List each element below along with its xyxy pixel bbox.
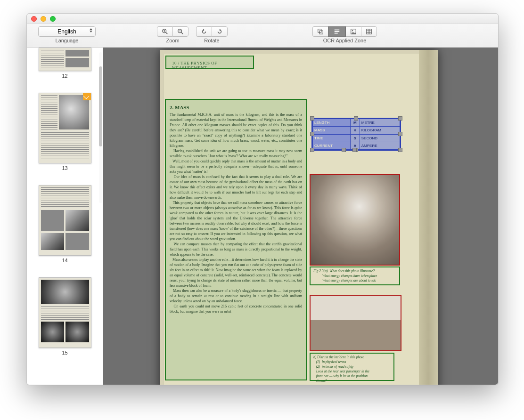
chevron-updown-icon xyxy=(90,28,92,32)
page-spine xyxy=(419,50,438,385)
sidebar-scrollbar[interactable] xyxy=(99,52,102,203)
content-area: 12 13 xyxy=(27,48,498,385)
rotate-right-button[interactable] xyxy=(212,26,228,37)
ocr-zone-image-button[interactable] xyxy=(346,26,361,37)
toolbar: English Language Zoom xyxy=(27,24,498,48)
rotate-right-icon xyxy=(216,28,223,35)
thumbnail-label: 14 xyxy=(62,258,67,263)
page-surface xyxy=(164,54,419,385)
thumbnail-sidebar[interactable]: 12 13 xyxy=(27,48,103,385)
thumbnail-item[interactable]: 14 xyxy=(31,185,99,263)
zoom-label: Zoom xyxy=(166,38,179,43)
fullscreen-window-button[interactable] xyxy=(50,16,56,22)
thumbnail-item[interactable]: 13 xyxy=(31,93,99,171)
edit-badge-icon xyxy=(83,93,91,100)
select-zone-icon xyxy=(317,28,324,35)
svg-line-1 xyxy=(166,32,168,34)
language-select[interactable]: English xyxy=(38,26,96,37)
image-zone-icon xyxy=(350,28,357,35)
text-zone-icon xyxy=(334,28,340,35)
rotate-left-button[interactable] xyxy=(196,26,212,37)
zoom-out-button[interactable] xyxy=(172,26,188,37)
svg-rect-14 xyxy=(367,29,372,34)
thumbnail-label: 13 xyxy=(62,165,67,171)
svg-rect-10 xyxy=(335,31,340,32)
zoom-out-icon xyxy=(177,28,184,35)
ocr-zone-text-button[interactable] xyxy=(328,26,346,37)
thumbnail-label: 12 xyxy=(62,73,67,79)
language-label: Language xyxy=(56,38,79,43)
thumbnail-item[interactable]: 15 xyxy=(31,277,99,355)
minimize-window-button[interactable] xyxy=(41,16,46,22)
language-select-value: English xyxy=(57,28,76,35)
svg-rect-11 xyxy=(335,33,338,34)
rotate-left-icon xyxy=(201,28,207,35)
rotate-label: Rotate xyxy=(204,38,219,43)
ocr-zone-label: OCR Applied Zone xyxy=(323,38,367,43)
thumbnail-label: 15 xyxy=(62,350,67,355)
thumbnail-item[interactable]: 12 xyxy=(31,48,99,79)
close-window-button[interactable] xyxy=(31,16,37,22)
titlebar xyxy=(27,14,498,24)
svg-line-5 xyxy=(181,32,183,34)
svg-rect-9 xyxy=(335,30,340,31)
table-zone-icon xyxy=(366,28,372,35)
svg-point-13 xyxy=(352,30,353,31)
sidebar-scrollbar-thumb[interactable] xyxy=(99,66,102,146)
ocr-zone-select-button[interactable] xyxy=(312,26,328,37)
zoom-in-icon xyxy=(162,28,168,35)
app-window: English Language Zoom xyxy=(26,13,499,385)
page-viewer[interactable]: 10 / THE PHYSICS OF MEASUREMENT 2. MASS … xyxy=(103,48,498,385)
document-page[interactable]: 10 / THE PHYSICS OF MEASUREMENT 2. MASS … xyxy=(160,50,438,385)
ocr-zone-table-button[interactable] xyxy=(361,26,377,37)
zoom-in-button[interactable] xyxy=(157,26,172,37)
